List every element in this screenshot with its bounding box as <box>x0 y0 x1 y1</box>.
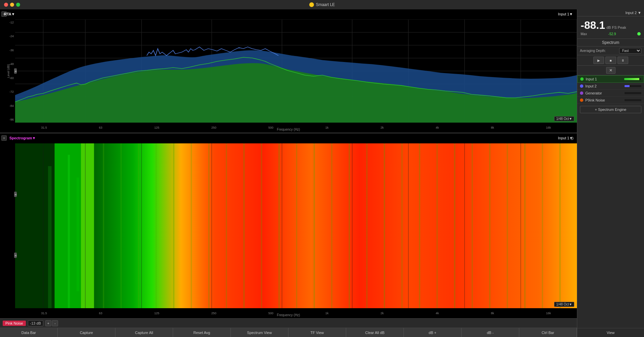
svg-rect-47 <box>296 143 298 308</box>
input1-dot <box>580 77 584 81</box>
minimize-button[interactable] <box>10 3 14 7</box>
svg-rect-58 <box>489 143 490 308</box>
rta-input-selector[interactable]: Input 1▼ <box>558 12 573 16</box>
spectrogram-x-axis-title: Frequency (Hz) <box>277 313 300 317</box>
capture-button[interactable]: Capture <box>58 328 115 337</box>
svg-rect-22 <box>81 143 94 308</box>
spectrogram-header[interactable]: Spectrogram▼ <box>9 136 36 140</box>
generator-label: Generator <box>585 91 623 95</box>
level-unit: dB FS Peak <box>606 25 626 29</box>
transport-controls: ▶ ■ ⏸ <box>577 55 644 66</box>
spectrogram-chart <box>15 143 577 308</box>
svg-rect-62 <box>559 143 561 308</box>
right-sidebar: Input 2 ▼ -88.1 dB FS Peak Max -52.9 Spe… <box>577 9 644 337</box>
channel-input2[interactable]: Input 2 <box>577 83 644 90</box>
view-label: View <box>580 330 641 336</box>
averaging-row: Averaging Depth: Fast Medium Slow <box>577 47 644 55</box>
svg-rect-52 <box>384 143 385 308</box>
rta-resolution-badge[interactable]: 1/48 Oct▼ <box>554 116 574 121</box>
spectrogram-y-axis <box>0 143 15 308</box>
db-plus-toolbar-button[interactable]: dB + <box>404 328 462 337</box>
averaging-depth-label: Averaging Depth: <box>580 49 618 53</box>
pause-button[interactable]: ⏸ <box>618 57 628 64</box>
db-minus-button[interactable]: - <box>52 320 58 326</box>
db-adjust-controls[interactable]: + - <box>45 320 58 326</box>
spectrogram-scroll-handle-top[interactable]: ◀ <box>14 192 17 197</box>
svg-rect-53 <box>401 143 403 308</box>
db-minus-toolbar-button[interactable]: dB - <box>462 328 519 337</box>
svg-rect-61 <box>542 143 543 308</box>
db-value-display: -13 dB <box>28 320 43 326</box>
svg-rect-42 <box>208 143 210 308</box>
rta-header[interactable]: RTA▼ <box>4 12 15 16</box>
play-button[interactable]: ▶ <box>593 57 604 64</box>
panels-area: ✕ RTA▼ Input 1▼ ◀ -12 -24 -36 -48 -60 -7… <box>0 9 577 337</box>
sidebar-spacer <box>577 115 644 328</box>
input2-bar-fill <box>625 85 630 87</box>
averaging-depth-select[interactable]: Fast Medium Slow <box>619 48 641 54</box>
level-max-value: -52.9 <box>608 32 616 36</box>
svg-rect-41 <box>191 143 192 308</box>
svg-rect-39 <box>156 143 157 308</box>
spectrogram-panel-icon[interactable]: ✕ <box>1 135 7 141</box>
generator-dot <box>580 91 583 95</box>
input2-dot <box>580 84 583 88</box>
db-plus-button[interactable]: + <box>45 320 51 326</box>
tf-view-button[interactable]: TF View <box>288 328 346 337</box>
channel-input1[interactable]: Input 1 <box>577 75 644 83</box>
input2-bar <box>625 85 641 87</box>
y-label-5: -72 <box>1 90 14 93</box>
add-spectrum-engine-button[interactable]: + Spectrum Engine <box>580 106 641 113</box>
channel-p9ink-noise[interactable]: P9ink Noise <box>577 97 644 104</box>
reset-avg-button[interactable]: Reset Avg <box>173 328 231 337</box>
level-meter: -88.1 dB FS Peak Max -52.9 <box>577 16 644 39</box>
spectrogram-scroll-handle-bottom[interactable]: ◀ <box>14 253 17 258</box>
app-title: Smaart LE <box>309 2 335 7</box>
level-max-indicator <box>637 32 641 36</box>
svg-rect-44 <box>243 143 245 308</box>
p9ink-noise-bar <box>625 99 641 101</box>
input1-label: Input 1 <box>586 77 622 81</box>
svg-rect-49 <box>331 143 332 308</box>
rta-chart <box>15 19 577 123</box>
close-button[interactable] <box>4 3 8 7</box>
data-bar-button[interactable]: Data Bar <box>0 328 58 337</box>
ctrl-bar-button[interactable]: Ctrl Bar <box>519 328 577 337</box>
clear-all-db-button[interactable]: Clear All dB <box>346 328 404 337</box>
svg-rect-36 <box>103 143 104 308</box>
spectrum-section-label: Spectrum <box>577 39 644 47</box>
capture-all-button[interactable]: Capture All <box>115 328 173 337</box>
transport-tools: ✕ <box>577 66 644 75</box>
input2-selector[interactable]: Input 2 ▼ <box>577 9 644 16</box>
svg-rect-55 <box>436 143 438 308</box>
svg-rect-45 <box>261 143 262 308</box>
titlebar: Smaart LE <box>0 0 644 9</box>
gear-icon[interactable]: ⚙ <box>569 135 575 141</box>
svg-rect-38 <box>138 143 139 308</box>
level-display: -88.1 dB FS Peak <box>581 19 641 31</box>
spectrogram-panel: ✕ Spectrogram▼ Input 1▼ ⚙ ◀ ◀ <box>0 133 577 318</box>
p9ink-noise-label: P9ink Noise <box>585 98 623 102</box>
y-label-1: -24 <box>1 35 14 38</box>
level-value: -88.1 <box>581 19 605 31</box>
spectrum-view-button[interactable]: Spectrum View <box>231 328 288 337</box>
svg-rect-40 <box>173 143 174 308</box>
app-icon <box>309 2 314 7</box>
svg-rect-43 <box>226 143 227 308</box>
tools-button[interactable]: ✕ <box>606 67 615 74</box>
main-layout: ✕ RTA▼ Input 1▼ ◀ -12 -24 -36 -48 -60 -7… <box>0 9 644 337</box>
stop-button[interactable]: ■ <box>605 57 616 64</box>
pink-noise-badge[interactable]: Pink Noise <box>3 321 26 326</box>
rta-panel: ✕ RTA▼ Input 1▼ ◀ -12 -24 -36 -48 -60 -7… <box>0 9 577 133</box>
svg-rect-50 <box>349 143 350 308</box>
svg-rect-51 <box>366 143 368 308</box>
svg-rect-56 <box>454 143 455 308</box>
window-controls[interactable] <box>4 3 20 7</box>
maximize-button[interactable] <box>16 3 20 7</box>
rta-scroll-handle[interactable]: ◀ <box>14 68 17 74</box>
channel-generator[interactable]: Generator <box>577 90 644 97</box>
spectrogram-resolution-badge[interactable]: 1/48 Oct▼ <box>554 302 574 307</box>
spectrogram-settings[interactable]: ⚙ <box>569 135 575 141</box>
generator-bar <box>625 92 641 94</box>
view-section: View <box>577 328 644 337</box>
